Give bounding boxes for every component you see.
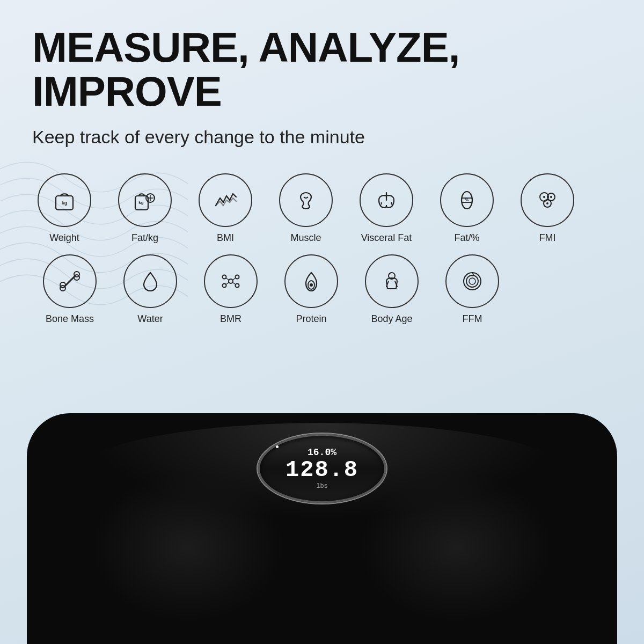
svg-point-14 xyxy=(543,196,545,198)
metric-fat-kg: kg Fat/kg xyxy=(113,173,177,244)
metric-circle-bone-mass xyxy=(43,254,97,308)
metric-circle-fat-kg: kg xyxy=(118,173,172,227)
svg-point-26 xyxy=(236,283,239,287)
metric-circle-fat-percent: % xyxy=(440,173,494,227)
metric-weight: kg Weight xyxy=(32,173,97,244)
metric-fat-percent: % Fat/% xyxy=(435,173,499,244)
svg-text:%: % xyxy=(465,197,469,202)
svg-line-30 xyxy=(232,282,236,284)
svg-point-15 xyxy=(550,196,552,198)
svg-point-32 xyxy=(310,283,313,287)
metric-label-ffm: FFM xyxy=(463,313,482,325)
foot-pad-right xyxy=(360,472,553,623)
metric-muscle: Muscle xyxy=(274,173,338,244)
metric-label-fmi: FMI xyxy=(539,232,556,244)
foot-pad-left xyxy=(91,472,284,623)
metrics-row-1: kg Weight kg Fat/kg xyxy=(32,173,612,244)
metric-label-weight: Weight xyxy=(49,232,79,244)
metric-circle-weight: kg xyxy=(38,173,91,227)
metric-circle-visceral-fat xyxy=(360,173,413,227)
metric-circle-muscle xyxy=(279,173,333,227)
display-main-number: 128.8 xyxy=(286,459,358,481)
metric-circle-ffm xyxy=(445,254,499,308)
page-subtitle: Keep track of every change to the minute xyxy=(32,127,612,148)
scale-section: 16.0% 128.8 lbs xyxy=(0,397,644,644)
metrics-row-2: Bone Mass Water xyxy=(32,254,612,325)
svg-point-25 xyxy=(223,283,226,287)
metric-circle-bmr xyxy=(204,254,258,308)
metric-label-bone-mass: Bone Mass xyxy=(46,313,94,325)
svg-line-27 xyxy=(226,278,229,280)
svg-point-16 xyxy=(546,202,548,204)
metric-label-muscle: Muscle xyxy=(290,232,321,244)
metric-circle-bmi xyxy=(199,173,252,227)
svg-line-28 xyxy=(232,278,236,280)
svg-text:kg: kg xyxy=(62,200,68,206)
scale-body: 16.0% 128.8 lbs xyxy=(27,413,617,644)
page-title: MEASURE, ANALYZE, IMPROVE xyxy=(32,26,612,114)
metric-label-body-age: Body Age xyxy=(371,313,412,325)
svg-point-23 xyxy=(223,275,226,279)
svg-point-37 xyxy=(466,275,478,287)
svg-point-22 xyxy=(229,279,233,283)
display-dot xyxy=(276,445,279,448)
metric-bmr: BMR xyxy=(199,254,263,325)
title-line1: MEASURE, ANALYZE, xyxy=(32,24,459,71)
display-unit: lbs xyxy=(316,482,328,490)
metric-body-age: Body Age xyxy=(360,254,424,325)
metric-bone-mass: Bone Mass xyxy=(38,254,102,325)
metric-label-fat-kg: Fat/kg xyxy=(131,232,158,244)
metric-label-visceral-fat: Visceral Fat xyxy=(361,232,412,244)
metric-ffm: FFM xyxy=(440,254,504,325)
scale-display: 16.0% 128.8 lbs xyxy=(258,434,386,503)
display-top-row: 16.0% xyxy=(308,447,336,458)
svg-text:kg: kg xyxy=(138,200,143,205)
metric-label-fat-percent: Fat/% xyxy=(454,232,479,244)
metric-label-protein: Protein xyxy=(296,313,326,325)
metric-label-bmr: BMR xyxy=(220,313,241,325)
metric-visceral-fat: Visceral Fat xyxy=(354,173,419,244)
metric-label-water: Water xyxy=(137,313,163,325)
svg-line-29 xyxy=(226,282,229,284)
metric-label-bmi: BMI xyxy=(217,232,234,244)
svg-point-38 xyxy=(469,278,475,284)
metric-circle-protein xyxy=(284,254,338,308)
metric-protein: Protein xyxy=(279,254,343,325)
metric-fmi: FMI xyxy=(515,173,580,244)
title-line2: IMPROVE xyxy=(32,68,222,115)
metrics-grid: kg Weight kg Fat/kg xyxy=(32,173,612,325)
scale-container: 16.0% 128.8 lbs xyxy=(0,397,644,644)
metric-bmi: BMI xyxy=(193,173,258,244)
display-percentage: 16.0% xyxy=(308,447,336,458)
metric-water: Water xyxy=(118,254,182,325)
metric-circle-body-age xyxy=(365,254,419,308)
metric-circle-water xyxy=(123,254,177,308)
metric-circle-fmi xyxy=(521,173,574,227)
svg-point-24 xyxy=(236,275,239,279)
